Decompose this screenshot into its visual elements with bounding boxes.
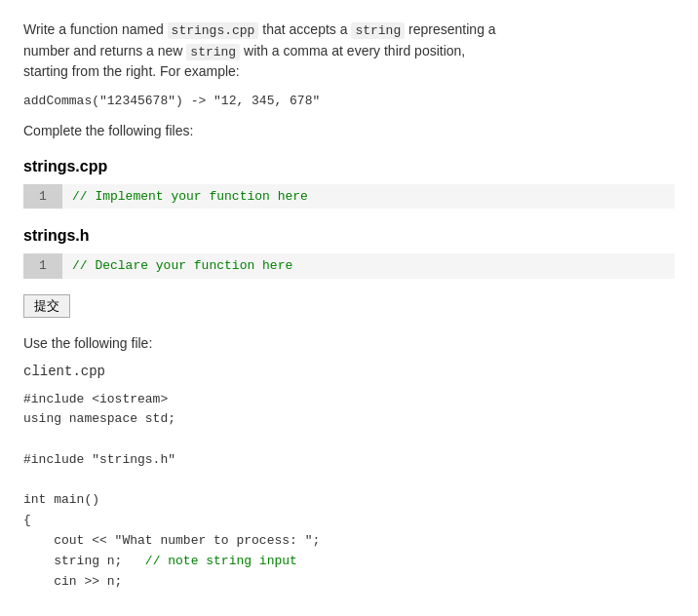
- line-number-h: 1: [23, 253, 62, 279]
- strings-cpp-heading: strings.cpp: [23, 155, 675, 178]
- client-filename: client.cpp: [23, 362, 675, 382]
- strings-cpp-comment[interactable]: // Implement your function here: [62, 184, 675, 210]
- blank-line-2: [23, 471, 675, 491]
- blank-line-1: [23, 430, 675, 450]
- type-string-2: string: [186, 44, 240, 60]
- cout-prompt: cout << "What number to process: ";: [23, 531, 675, 552]
- use-following-text: Use the following file:: [23, 333, 675, 354]
- blank-line-3: [23, 592, 675, 612]
- string-n-decl: string n; // note string input: [23, 552, 675, 572]
- example-line: addCommas("12345678") -> "12, 345, 678": [23, 92, 675, 111]
- include-strings-h: #include "strings.h": [23, 450, 675, 471]
- int-main: int main(): [23, 490, 675, 511]
- include-iostream: #include <iostream>: [23, 390, 675, 410]
- type-string-1: string: [351, 22, 405, 39]
- description-paragraph: Write a function named strings.cpp that …: [23, 19, 675, 82]
- func-name-inline: strings.cpp: [168, 22, 259, 39]
- strings-h-heading: strings.h: [23, 224, 675, 248]
- cout-result: cout << addCommas(n) << endl;: [23, 612, 675, 616]
- open-brace: {: [23, 511, 675, 531]
- using-namespace: using namespace std;: [23, 409, 675, 430]
- complete-text: Complete the following files:: [23, 121, 675, 141]
- cin-n: cin >> n;: [23, 572, 675, 593]
- line-number-cpp: 1: [23, 184, 62, 210]
- strings-h-comment[interactable]: // Declare your function here: [62, 253, 675, 279]
- strings-h-block: 1 // Declare your function here: [23, 253, 675, 279]
- client-code-block: #include <iostream> using namespace std;…: [23, 390, 675, 617]
- strings-cpp-block: 1 // Implement your function here: [23, 184, 675, 210]
- submit-button[interactable]: 提交: [23, 294, 70, 318]
